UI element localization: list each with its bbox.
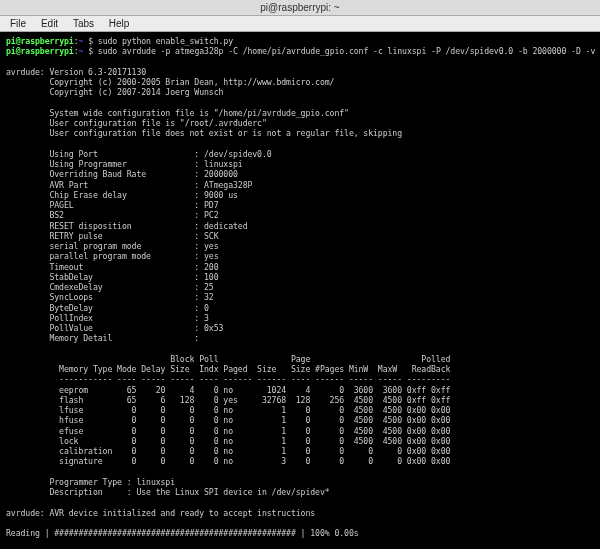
window-title: pi@raspberrypi: ~ (260, 2, 339, 13)
menu-help[interactable]: Help (103, 16, 136, 32)
terminal[interactable]: pi@raspberrypi:~ $ sudo python enable_sw… (0, 32, 600, 549)
menubar: File Edit Tabs Help (0, 16, 600, 32)
prompt-dollar: $ (83, 36, 98, 46)
output-settings: Using Port : /dev/spidev0.0 Using Progra… (6, 149, 272, 344)
prompt-user: pi (6, 36, 16, 46)
command-1: sudo python enable_switch.py (98, 36, 233, 46)
prompt-host-2: raspberrypi (21, 46, 74, 56)
menu-edit[interactable]: Edit (35, 16, 64, 32)
window-titlebar: pi@raspberrypi: ~ (0, 0, 600, 16)
prompt-dollar-2: $ (83, 46, 98, 56)
command-2: sudo avrdude -p atmega328p -C /home/pi/a… (98, 46, 600, 56)
prompt-user-2: pi (6, 46, 16, 56)
menu-file[interactable]: File (4, 16, 32, 32)
prompt-host: raspberrypi (21, 36, 74, 46)
output-programmer-type: Programmer Type : linuxspi Description :… (6, 477, 330, 497)
output-init: avrdude: AVR device initialized and read… (6, 508, 315, 518)
menu-tabs[interactable]: Tabs (67, 16, 100, 32)
output-header: avrdude: Version 6.3-20171130 Copyright … (6, 67, 402, 139)
output-reading-1: Reading | ##############################… (6, 528, 359, 538)
output-memory-table: Block Poll Page Polled Memory Type Mode … (6, 354, 450, 467)
